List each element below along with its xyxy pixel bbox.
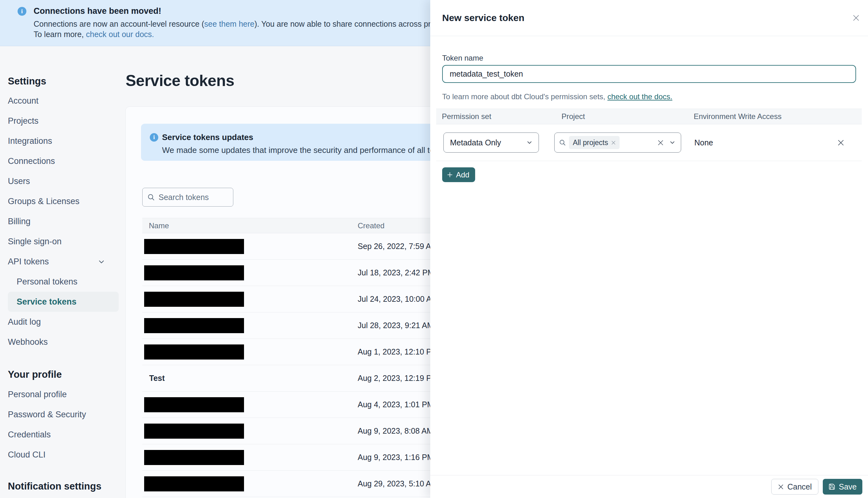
search-icon xyxy=(147,194,155,201)
drawer-header: New service token xyxy=(430,0,868,36)
profile-nav: Personal profile Password & Security Cre… xyxy=(0,384,126,465)
token-name-cell xyxy=(142,265,358,280)
sidebar-item-webhooks[interactable]: Webhooks xyxy=(0,332,126,352)
sidebar-item-connections[interactable]: Connections xyxy=(0,151,126,171)
save-button-label: Save xyxy=(839,482,857,492)
column-header-created: Created xyxy=(358,221,384,230)
sidebar-item-billing[interactable]: Billing xyxy=(0,211,126,232)
close-icon xyxy=(837,139,844,146)
add-permission-button[interactable]: Add xyxy=(442,167,475,182)
sidebar-item-label: Password & Security xyxy=(8,410,86,419)
sidebar-item-integrations[interactable]: Integrations xyxy=(0,131,126,151)
token-name-text: Test xyxy=(149,374,165,383)
banner-line1-pre: Connections are now an account-level res… xyxy=(34,19,204,28)
cancel-button[interactable]: Cancel xyxy=(771,479,818,495)
token-name-cell xyxy=(142,450,358,465)
settings-heading: Settings xyxy=(0,76,126,87)
docs-line-pre: To learn more about dbt Cloud's permissi… xyxy=(442,92,607,101)
sidebar-item-api-tokens[interactable]: API tokens xyxy=(0,251,126,272)
app-root: i Connections have been moved! Connectio… xyxy=(0,0,868,498)
close-icon xyxy=(852,14,860,22)
sidebar-item-groups-licenses[interactable]: Groups & Licenses xyxy=(0,191,126,211)
sidebar-item-users[interactable]: Users xyxy=(0,171,126,191)
sidebar-item-label: Single sign-on xyxy=(8,237,62,247)
project-chip[interactable]: All projects xyxy=(569,136,620,149)
sidebar-item-label: Projects xyxy=(8,116,39,126)
redacted-token-name xyxy=(144,318,244,333)
sidebar-item-label: Users xyxy=(8,176,30,186)
close-drawer-button[interactable] xyxy=(852,14,860,22)
sidebar-item-label: Connections xyxy=(8,156,55,166)
sidebar-item-password-security[interactable]: Password & Security xyxy=(0,404,126,424)
permission-set-select[interactable]: Metadata Only xyxy=(444,132,539,153)
permission-set-value: Metadata Only xyxy=(450,138,501,147)
redacted-token-name xyxy=(144,450,244,465)
sidebar-item-credentials[interactable]: Credentials xyxy=(0,424,126,445)
sidebar-item-account[interactable]: Account xyxy=(0,91,126,111)
token-name-cell xyxy=(142,344,358,359)
project-chip-label: All projects xyxy=(573,139,608,147)
settings-sidebar: Settings Account Projects Integrations C… xyxy=(0,46,126,498)
check-our-docs-link[interactable]: check out our docs. xyxy=(86,30,154,39)
banner-line-2: To learn more, check out our docs. xyxy=(34,30,154,39)
notification-settings-heading: Notification settings xyxy=(0,481,126,492)
page-title: Service tokens xyxy=(126,71,234,90)
info-icon: i xyxy=(150,133,158,142)
sidebar-item-projects[interactable]: Projects xyxy=(0,111,126,131)
save-icon xyxy=(828,483,836,490)
banner-title: Connections have been moved! xyxy=(34,6,161,16)
chevron-down-icon xyxy=(526,139,533,146)
sidebar-item-service-tokens[interactable]: Service tokens xyxy=(8,292,119,312)
sidebar-item-label: Audit log xyxy=(8,317,41,327)
redacted-token-name xyxy=(144,265,244,280)
check-out-the-docs-link[interactable]: check out the docs. xyxy=(607,92,672,101)
drawer-title: New service token xyxy=(442,13,524,23)
drawer-body: Token name To learn more about dbt Cloud… xyxy=(430,54,868,182)
token-name-cell xyxy=(142,423,358,438)
drawer-footer: Cancel Save xyxy=(430,475,868,498)
column-header-permission-set: Permission set xyxy=(442,112,562,121)
column-header-environment-write-access: Environment Write Access xyxy=(694,112,862,121)
chevron-down-icon[interactable] xyxy=(669,139,676,146)
close-icon xyxy=(778,484,784,490)
chevron-down-icon xyxy=(97,258,106,266)
search-tokens-field[interactable] xyxy=(142,188,233,207)
token-name-cell xyxy=(142,239,358,254)
sidebar-item-audit-log[interactable]: Audit log xyxy=(0,312,126,332)
see-them-here-link[interactable]: see them here xyxy=(204,19,254,28)
sidebar-item-personal-profile[interactable]: Personal profile xyxy=(0,384,126,404)
add-button-label: Add xyxy=(456,170,470,179)
column-header-name: Name xyxy=(142,221,358,230)
search-tokens-input[interactable] xyxy=(159,193,228,202)
save-button[interactable]: Save xyxy=(823,479,862,495)
sidebar-item-personal-tokens[interactable]: Personal tokens xyxy=(0,272,126,292)
infobox-title: Service tokens updates xyxy=(162,132,253,142)
sidebar-item-single-sign-on[interactable]: Single sign-on xyxy=(0,232,126,251)
search-icon xyxy=(559,139,566,146)
remove-chip-icon[interactable] xyxy=(611,140,616,145)
permissions-table-header: Permission set Project Environment Write… xyxy=(436,109,862,124)
permission-docs-line: To learn more about dbt Cloud's permissi… xyxy=(442,92,856,101)
token-name-input[interactable] xyxy=(442,65,856,83)
token-name-cell: Test xyxy=(142,374,358,383)
sidebar-item-label: Personal tokens xyxy=(17,277,78,287)
settings-nav: Account Projects Integrations Connection… xyxy=(0,91,126,352)
redacted-token-name xyxy=(144,239,244,254)
sidebar-item-label: Cloud CLI xyxy=(8,450,45,460)
column-header-project: Project xyxy=(562,112,694,121)
sidebar-item-cloud-cli[interactable]: Cloud CLI xyxy=(0,445,126,465)
remove-permission-row-button[interactable] xyxy=(837,139,844,146)
environment-write-access-value: None xyxy=(694,138,713,147)
plus-icon xyxy=(447,171,453,178)
redacted-token-name xyxy=(144,423,244,438)
redacted-token-name xyxy=(144,397,244,412)
project-multiselect[interactable]: All projects xyxy=(554,132,681,153)
sidebar-item-label: Personal profile xyxy=(8,390,67,399)
new-service-token-drawer: New service token Token name To learn mo… xyxy=(430,0,868,498)
sidebar-item-label: Webhooks xyxy=(8,337,48,347)
banner-line2-pre: To learn more, xyxy=(34,30,86,39)
redacted-token-name xyxy=(144,292,244,307)
sidebar-item-label: Billing xyxy=(8,217,30,226)
clear-selection-icon[interactable] xyxy=(657,140,664,146)
sidebar-item-label: API tokens xyxy=(8,257,49,266)
